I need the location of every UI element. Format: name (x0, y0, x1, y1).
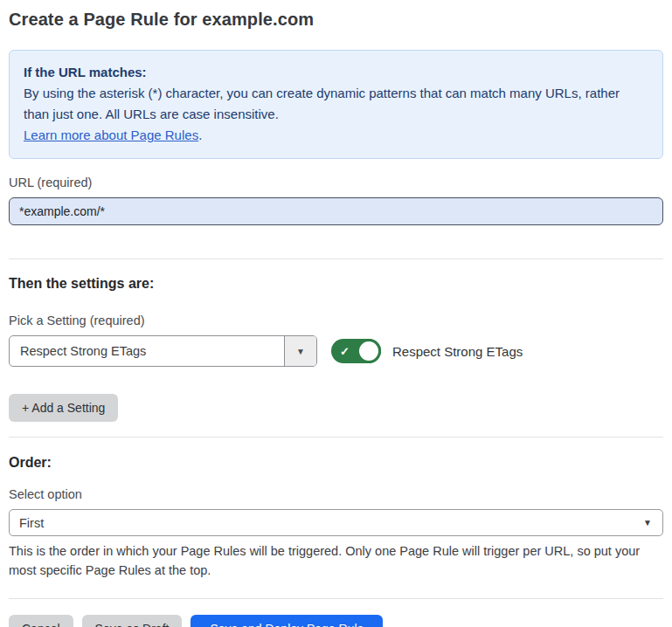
url-field-label: URL (required) (9, 176, 663, 189)
pick-setting-label: Pick a Setting (required) (9, 314, 663, 327)
info-box-heading: If the URL matches: (24, 62, 648, 83)
cancel-button[interactable]: Cancel (9, 615, 73, 627)
setting-dropdown-value: Respect Strong ETags (10, 336, 284, 366)
add-setting-button[interactable]: + Add a Setting (9, 394, 118, 422)
respect-strong-etags-toggle[interactable]: ✓ (331, 339, 381, 363)
toggle-label: Respect Strong ETags (392, 344, 523, 359)
save-as-draft-button[interactable]: Save as Draft (82, 615, 183, 627)
setting-dropdown[interactable]: Respect Strong ETags ▼ (9, 335, 317, 367)
url-input[interactable] (9, 197, 663, 225)
chevron-down-icon: ▼ (643, 518, 662, 527)
toggle-knob (357, 339, 381, 363)
info-box-link-line: Learn more about Page Rules. (24, 125, 648, 146)
divider (9, 437, 663, 438)
order-select-value: First (10, 516, 643, 530)
page-title: Create a Page Rule for example.com (9, 8, 663, 31)
divider (9, 598, 663, 599)
learn-more-link[interactable]: Learn more about Page Rules (24, 127, 198, 142)
save-and-deploy-button[interactable]: Save and Deploy Page Rule (191, 615, 383, 627)
url-match-info-box: If the URL matches: By using the asteris… (9, 50, 663, 159)
divider (9, 258, 663, 259)
link-period: . (198, 127, 202, 142)
order-select[interactable]: First ▼ (9, 509, 663, 536)
footer-actions: Cancel Save as Draft Save and Deploy Pag… (9, 615, 663, 627)
setting-row: Respect Strong ETags ▼ ✓ Respect Strong … (9, 335, 663, 367)
info-box-body: By using the asterisk (*) character, you… (24, 83, 648, 125)
setting-dropdown-arrow-button[interactable]: ▼ (284, 336, 316, 366)
order-section-heading: Order: (9, 455, 663, 471)
settings-section-heading: Then the settings are: (9, 276, 663, 292)
check-icon: ✓ (340, 345, 350, 358)
chevron-down-icon: ▼ (296, 347, 305, 356)
order-select-label: Select option (9, 487, 663, 501)
order-help-text: This is the order in which your Page Rul… (9, 541, 663, 580)
